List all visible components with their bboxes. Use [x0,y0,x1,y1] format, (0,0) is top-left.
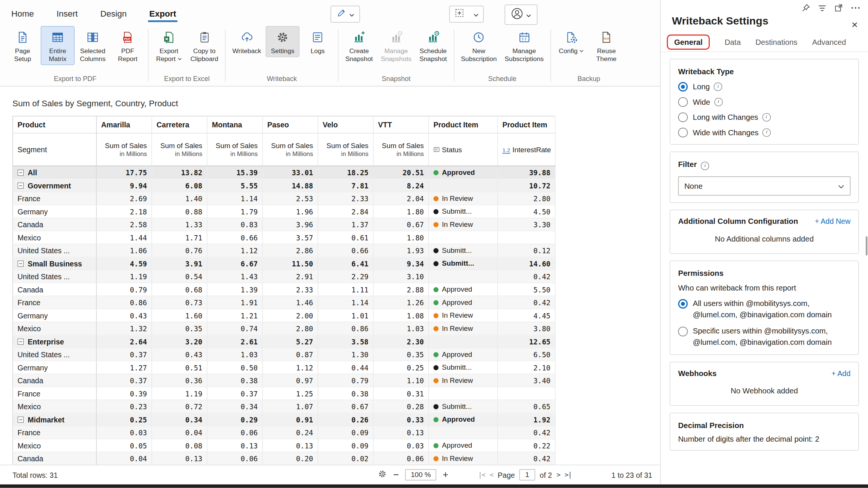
add-webhook-link[interactable]: + Add [831,369,850,378]
value-cell[interactable]: 0.20 [263,452,318,465]
status-cell[interactable]: Approved [429,413,498,426]
pin-icon[interactable] [802,4,810,12]
value-cell[interactable]: 2.18 [96,205,152,218]
value-cell[interactable]: 0.05 [96,439,152,452]
ribbon-button-new-subscription[interactable]: NewSubscription [458,26,500,65]
row-label-cell[interactable]: Enterprise [13,335,96,348]
ribbon-button-pdf-report[interactable]: PDFPDFReport [111,26,145,65]
value-cell[interactable]: 2.29 [318,270,373,283]
value-cell[interactable]: 0.03 [96,426,152,439]
tab-general[interactable]: General [667,35,710,50]
value-cell[interactable]: 2.00 [263,309,318,322]
status-cell[interactable]: Submitt... [429,205,498,218]
interest-rate-cell[interactable] [498,387,555,400]
writeback-type-option-wide-with-changes[interactable]: Wide with Changesi [678,128,851,138]
close-icon[interactable]: × [851,19,858,30]
ribbon-button-settings[interactable]: Settings [266,26,300,57]
value-cell[interactable]: 1.40 [152,192,207,205]
value-cell[interactable]: 2.33 [263,283,318,296]
value-cell[interactable]: 6.67 [207,257,263,270]
value-cell[interactable]: 0.44 [318,361,373,374]
row-label-cell[interactable]: Mexico [13,400,96,413]
status-cell[interactable]: Approved [429,166,498,179]
value-cell[interactable]: 1.01 [318,309,373,322]
value-cell[interactable]: 1.33 [152,218,207,231]
status-cell[interactable]: In Review [429,452,498,465]
value-cell[interactable]: 6.41 [318,257,373,270]
status-cell[interactable]: Submitt... [429,244,498,257]
value-cell[interactable]: 0.50 [207,361,263,374]
ribbon-button-logs[interactable]: Logs [301,26,335,57]
row-label-cell[interactable]: Canada [13,283,96,296]
value-cell[interactable]: 0.87 [263,348,318,361]
value-cell[interactable]: 0.79 [96,283,152,296]
value-cell[interactable]: 0.03 [373,439,429,452]
interest-rate-cell[interactable]: 10.72 [498,179,555,192]
row-label-cell[interactable]: Canada [13,218,96,231]
interest-rate-cell[interactable]: 0.65 [498,400,555,413]
value-cell[interactable]: 8.24 [373,179,429,192]
value-cell[interactable]: 2.86 [263,244,318,257]
ribbon-button-selected-columns[interactable]: SelectedColumns [76,26,110,65]
filter-dropdown[interactable]: None [678,176,851,196]
status-cell[interactable] [429,270,498,283]
row-label-cell[interactable]: United States ... [13,270,96,283]
value-cell[interactable]: 0.61 [318,231,373,244]
value-cell[interactable]: 0.02 [318,452,373,465]
value-cell[interactable]: 1.37 [318,218,373,231]
value-cell[interactable]: 0.37 [96,348,152,361]
value-cell[interactable]: 1.91 [207,296,263,309]
interest-rate-cell[interactable] [498,231,555,244]
value-cell[interactable]: 0.74 [207,322,263,335]
interest-rate-cell[interactable]: 6.50 [498,348,555,361]
status-cell[interactable]: Approved [429,439,498,452]
first-page-button[interactable]: |< [478,471,485,479]
row-label-cell[interactable]: Mexico [13,231,96,244]
value-cell[interactable]: 2.30 [373,335,429,348]
popout-icon[interactable] [835,4,843,12]
value-cell[interactable]: 1.30 [318,348,373,361]
column-header-amarilla[interactable]: Amarilla [96,116,152,133]
permissions-option-specific-users-within-mobilitysys-com-lu[interactable]: Specific users within @mobilitysys.com, … [678,326,851,348]
status-cell[interactable]: In Review [429,374,498,387]
ribbon-button-manage-subscriptions[interactable]: ManageSubscriptions [501,26,547,65]
scrollbar-thumb[interactable] [866,236,868,255]
status-cell[interactable]: In Review [429,309,498,322]
status-cell[interactable]: Approved [429,283,498,296]
value-cell[interactable]: 0.43 [96,309,152,322]
value-cell[interactable]: 0.73 [152,296,207,309]
status-cell[interactable]: In Review [429,322,498,335]
value-cell[interactable]: 0.97 [263,374,318,387]
value-cell[interactable]: 0.13 [373,426,429,439]
value-cell[interactable]: 1.96 [263,205,318,218]
value-cell[interactable]: 0.04 [96,452,152,465]
interest-rate-cell[interactable]: 0.22 [498,439,555,452]
interest-rate-cell[interactable]: 14.60 [498,257,555,270]
value-cell[interactable]: 15.39 [207,166,263,179]
value-cell[interactable]: 9.94 [96,179,152,192]
page-number-input[interactable]: 1 [520,469,535,480]
value-cell[interactable]: 0.29 [207,413,263,426]
status-cell[interactable] [429,335,498,348]
radio-button[interactable] [678,128,688,138]
value-cell[interactable]: 1.03 [207,348,263,361]
add-annotation-button[interactable] [449,6,470,23]
value-cell[interactable]: 11.50 [263,257,318,270]
row-label-cell[interactable]: Germany [13,309,96,322]
row-label-cell[interactable]: Mexico [13,322,96,335]
info-icon[interactable]: i [762,113,771,122]
row-label-cell[interactable]: United States ... [13,348,96,361]
value-cell[interactable]: 1.80 [373,205,429,218]
value-cell[interactable]: 2.04 [373,192,429,205]
value-cell[interactable]: 1.60 [152,309,207,322]
row-label-cell[interactable]: Government [13,179,96,192]
status-cell[interactable]: Submitt... [429,257,498,270]
value-cell[interactable]: 0.08 [152,439,207,452]
ribbon-button-reuse-theme[interactable]: JSONReuseTheme [590,26,623,65]
interest-rate-cell[interactable]: 0.42 [498,452,555,465]
value-cell[interactable]: 2.91 [263,270,318,283]
interest-rate-header[interactable]: 1.2InterestRate [498,133,555,166]
permissions-option-all-users-within-mobilitysys-com-lumel-c[interactable]: All users within @mobilitysys.com, @lume… [678,298,851,320]
value-cell[interactable]: 17.75 [96,166,152,179]
filter-lines-icon[interactable] [818,4,826,12]
